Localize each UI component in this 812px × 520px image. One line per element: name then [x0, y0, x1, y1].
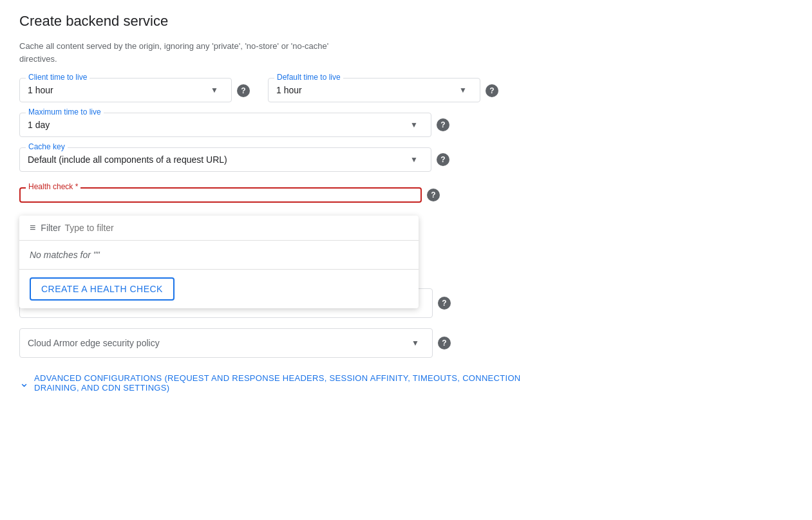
max-ttl-value: 1 day: [28, 120, 410, 130]
max-ttl-field: Maximum time to live 1 day ▼ ?: [19, 113, 451, 137]
default-ttl-value: 1 hour: [276, 85, 459, 95]
page-title: Create backend service: [19, 13, 560, 30]
client-ttl-help-icon[interactable]: ?: [237, 84, 250, 97]
health-check-popup: ≡ Filter No matches for "" CREATE A HEAL…: [19, 216, 419, 308]
default-ttl-label: Default time to live: [274, 73, 343, 82]
default-ttl-help-icon[interactable]: ?: [486, 84, 498, 97]
max-ttl-dropdown-icon: ▼: [410, 120, 418, 129]
health-check-label: Health check *: [26, 182, 80, 191]
client-ttl-value: 1 hour: [28, 85, 211, 95]
filter-icon: ≡: [30, 222, 35, 234]
filter-row: ≡ Filter: [19, 216, 419, 241]
health-check-section: Health check * ? ≡ Filter No matches for…: [19, 187, 560, 203]
client-ttl-label: Client time to live: [26, 73, 90, 82]
ttl-row: Client time to live 1 hour ▼ ? Default t…: [19, 78, 560, 102]
default-ttl-dropdown-icon: ▼: [459, 86, 467, 95]
advanced-toggle-icon[interactable]: ⌄: [19, 376, 29, 390]
cache-description: Cache all content served by the origin, …: [19, 40, 560, 65]
default-ttl-field: Default time to live 1 hour ▼ ?: [268, 78, 480, 102]
edge-policy-help-icon[interactable]: ?: [438, 337, 451, 349]
health-check-help-icon[interactable]: ?: [427, 189, 440, 201]
cache-key-field: Cache key Default (include all component…: [19, 147, 451, 172]
client-ttl-field: Client time to live 1 hour ▼ ?: [19, 78, 232, 102]
cache-key-select[interactable]: Default (include all components of a req…: [19, 147, 431, 172]
client-ttl-dropdown-icon: ▼: [211, 86, 218, 95]
no-matches-text: No matches for "": [19, 241, 419, 270]
max-ttl-label: Maximum time to live: [26, 107, 104, 116]
create-health-check-button[interactable]: CREATE A HEALTH CHECK: [30, 277, 175, 301]
cache-key-value: Default (include all components of a req…: [28, 154, 410, 165]
cache-key-dropdown-icon: ▼: [410, 155, 418, 164]
edge-policy-value: Cloud Armor edge security policy: [28, 338, 411, 348]
filter-input[interactable]: [64, 223, 408, 233]
cache-key-label: Cache key: [26, 142, 68, 151]
health-check-container: Health check * ? ≡ Filter No matches for…: [19, 187, 451, 203]
cache-key-help-icon[interactable]: ?: [437, 153, 449, 166]
advanced-config-label[interactable]: ADVANCED CONFIGURATIONS (REQUEST AND RES…: [34, 373, 560, 393]
edge-policy-dropdown-icon: ▼: [411, 339, 419, 348]
filter-label: Filter: [41, 223, 61, 233]
max-ttl-help-icon[interactable]: ?: [437, 118, 449, 131]
advanced-config-section: ⌄ ADVANCED CONFIGURATIONS (REQUEST AND R…: [19, 373, 560, 393]
backend-policy-help-icon[interactable]: ?: [438, 297, 451, 310]
edge-policy-field: Cloud Armor edge security policy ▼ ?: [19, 328, 451, 358]
edge-policy-select[interactable]: Cloud Armor edge security policy ▼: [19, 328, 433, 358]
